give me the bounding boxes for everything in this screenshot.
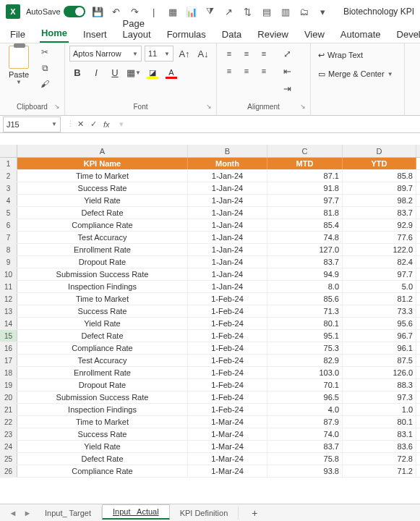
cell[interactable]: 93.8: [267, 465, 343, 477]
row-header[interactable]: 19: [0, 379, 17, 391]
cell[interactable]: 81.8: [267, 207, 343, 219]
cell[interactable]: 82.9: [267, 355, 343, 366]
align-right-button[interactable]: ≡: [256, 63, 272, 79]
cell[interactable]: Success Rate: [17, 428, 188, 440]
cell[interactable]: Test Accuracy: [17, 232, 188, 243]
cell[interactable]: 1-Jan-24: [188, 244, 267, 255]
fill-color-button[interactable]: ◪: [145, 64, 160, 80]
cell[interactable]: 1-Feb-24: [188, 305, 267, 317]
insert-function-button[interactable]: fx: [103, 120, 116, 129]
cell[interactable]: 94.9: [267, 268, 343, 280]
cell[interactable]: 87.5: [343, 355, 416, 366]
cell[interactable]: 8.0: [267, 281, 343, 292]
decrease-font-button[interactable]: A↓: [195, 46, 211, 62]
grid-icon[interactable]: ▦: [166, 5, 179, 18]
cell[interactable]: Inspection Findings: [17, 281, 188, 292]
row-header[interactable]: 2: [0, 170, 17, 182]
cell[interactable]: Dropout Rate: [17, 256, 188, 268]
decrease-indent-button[interactable]: ⇤: [279, 63, 295, 79]
cell[interactable]: 95.6: [343, 318, 416, 329]
cell[interactable]: 77.6: [343, 232, 416, 243]
orientation-button[interactable]: ⤢: [279, 46, 295, 62]
row-header[interactable]: 5: [0, 207, 17, 219]
row-header[interactable]: 13: [0, 305, 17, 317]
share-icon[interactable]: ↗: [223, 5, 236, 18]
calc-icon[interactable]: 🗂: [298, 5, 311, 18]
more-qat-icon[interactable]: ▾: [317, 5, 330, 18]
cell[interactable]: 1-Feb-24: [188, 404, 267, 415]
cell[interactable]: 1-Feb-24: [188, 379, 267, 391]
cell[interactable]: 1-Feb-24: [188, 391, 267, 403]
sheet-tab-input-actual[interactable]: Input_ Actual: [102, 504, 170, 520]
cell[interactable]: Yield Rate: [17, 318, 188, 329]
cell[interactable]: 75.3: [267, 342, 343, 354]
table-icon[interactable]: ▤: [260, 5, 273, 18]
cell[interactable]: 1-Mar-24: [188, 441, 267, 452]
cell[interactable]: Success Rate: [17, 182, 188, 194]
align-bottom-button[interactable]: ≡: [256, 46, 272, 62]
cell[interactable]: 83.7: [343, 207, 416, 219]
cell[interactable]: 95.1: [267, 330, 343, 342]
cell[interactable]: 71.2: [343, 465, 416, 477]
column-header[interactable]: B: [188, 145, 267, 157]
cell[interactable]: 1-Mar-24: [188, 416, 267, 428]
borders-button[interactable]: ▦▼: [126, 64, 142, 80]
cell[interactable]: 1-Mar-24: [188, 428, 267, 440]
cell[interactable]: 96.1: [343, 342, 416, 354]
cell[interactable]: Yield Rate: [17, 195, 188, 206]
cut-button[interactable]: ✂: [38, 46, 52, 59]
row-header[interactable]: 16: [0, 342, 17, 354]
cell[interactable]: 1-Feb-24: [188, 330, 267, 342]
enter-formula-button[interactable]: ✓: [90, 119, 103, 129]
cell-header[interactable]: KPI Name: [17, 158, 188, 169]
cell[interactable]: Success Rate: [17, 305, 188, 317]
cell[interactable]: 1-Jan-24: [188, 219, 267, 231]
toggle-on-icon[interactable]: [64, 6, 85, 17]
cell[interactable]: Enrollment Rate: [17, 367, 188, 378]
cell[interactable]: 1-Jan-24: [188, 207, 267, 219]
cell[interactable]: Time to Market: [17, 170, 188, 182]
sheet-tab-kpi-definition[interactable]: KPI Definition: [170, 507, 239, 520]
bold-button[interactable]: B: [69, 64, 85, 80]
cell[interactable]: Compliance Rate: [17, 342, 188, 354]
cell[interactable]: 70.1: [267, 379, 343, 391]
cell[interactable]: 91.8: [267, 182, 343, 194]
cell[interactable]: 1.0: [343, 404, 416, 415]
cell[interactable]: 97.7: [343, 268, 416, 280]
cell[interactable]: 83.1: [343, 428, 416, 440]
cell[interactable]: Compliance Rate: [17, 465, 188, 477]
copy-button[interactable]: ⧉: [38, 62, 52, 75]
row-header[interactable]: 11: [0, 281, 17, 292]
cell[interactable]: 96.5: [267, 391, 343, 403]
tab-data[interactable]: Data: [220, 26, 243, 43]
cell[interactable]: 1-Jan-24: [188, 182, 267, 194]
cell[interactable]: 83.7: [267, 256, 343, 268]
cell[interactable]: 73.3: [343, 305, 416, 317]
filter-icon[interactable]: ⧩: [204, 5, 217, 18]
column-header[interactable]: C: [267, 145, 343, 157]
format-painter-button[interactable]: 🖌: [38, 77, 52, 90]
cell[interactable]: Yield Rate: [17, 441, 188, 452]
cell[interactable]: Defect Rate: [17, 330, 188, 342]
cell[interactable]: Test Accuracy: [17, 355, 188, 366]
cell[interactable]: Enrollment Rate: [17, 244, 188, 255]
cell[interactable]: 87.1: [267, 170, 343, 182]
italic-button[interactable]: I: [88, 64, 104, 80]
dialog-launcher-icon[interactable]: ↘: [300, 103, 306, 110]
cell[interactable]: 81.2: [343, 293, 416, 305]
cell[interactable]: 98.2: [343, 195, 416, 206]
cell[interactable]: 1-Jan-24: [188, 281, 267, 292]
row-header[interactable]: 4: [0, 195, 17, 206]
row-header[interactable]: 18: [0, 367, 17, 378]
name-box[interactable]: J15▼: [3, 117, 61, 132]
cell[interactable]: 1-Jan-24: [188, 268, 267, 280]
cell[interactable]: 1-Jan-24: [188, 195, 267, 206]
cell[interactable]: Inspection Findings: [17, 404, 188, 415]
row-header[interactable]: 22: [0, 416, 17, 428]
row-header[interactable]: 23: [0, 428, 17, 440]
cell-header[interactable]: MTD: [267, 158, 343, 169]
column-header[interactable]: A: [17, 145, 188, 157]
cell[interactable]: 1-Jan-24: [188, 170, 267, 182]
cell[interactable]: 82.4: [343, 256, 416, 268]
sheet-nav-prev[interactable]: ◄: [6, 509, 20, 517]
